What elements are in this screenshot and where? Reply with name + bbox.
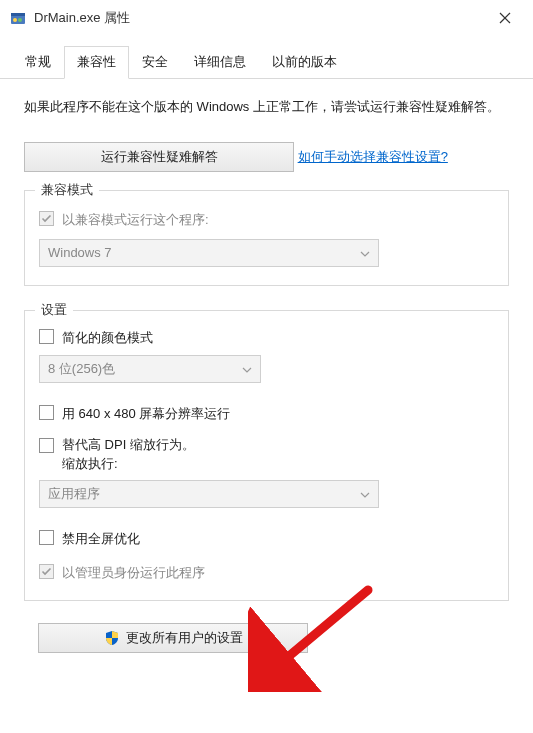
- low-res-label: 用 640 x 480 屏幕分辨率运行: [62, 405, 230, 423]
- chevron-down-icon: [360, 245, 370, 260]
- dpi-override-label-line1: 替代高 DPI 缩放行为。: [62, 437, 195, 452]
- disable-fullscreen-label: 禁用全屏优化: [62, 530, 140, 548]
- tab-compatibility[interactable]: 兼容性: [64, 46, 129, 79]
- dpi-override-label: 替代高 DPI 缩放行为。 缩放执行:: [62, 435, 195, 474]
- dpi-override-dropdown[interactable]: 应用程序: [39, 480, 379, 508]
- tab-strip: 常规 兼容性 安全 详细信息 以前的版本: [0, 36, 533, 79]
- check-icon: [41, 213, 52, 224]
- tab-general[interactable]: 常规: [12, 46, 64, 79]
- reduced-color-dropdown[interactable]: 8 位(256)色: [39, 355, 261, 383]
- run-as-admin-checkbox[interactable]: [39, 564, 54, 579]
- reduced-color-label: 简化的颜色模式: [62, 329, 153, 347]
- run-as-admin-label: 以管理员身份运行此程序: [62, 564, 205, 582]
- change-all-users-button[interactable]: 更改所有用户的设置: [38, 623, 308, 653]
- low-res-checkbox[interactable]: [39, 405, 54, 420]
- chevron-down-icon: [360, 486, 370, 501]
- change-all-users-label: 更改所有用户的设置: [126, 629, 243, 647]
- disable-fullscreen-checkbox[interactable]: [39, 530, 54, 545]
- dpi-override-label-line2: 缩放执行:: [62, 456, 118, 471]
- compat-mode-checkbox-label: 以兼容模式运行这个程序:: [62, 211, 209, 229]
- run-troubleshooter-label: 运行兼容性疑难解答: [101, 148, 218, 166]
- check-icon: [41, 566, 52, 577]
- dpi-override-dropdown-value: 应用程序: [48, 485, 100, 503]
- manual-settings-link[interactable]: 如何手动选择兼容性设置?: [298, 148, 448, 166]
- run-troubleshooter-button[interactable]: 运行兼容性疑难解答: [24, 142, 294, 172]
- compat-mode-dropdown[interactable]: Windows 7: [39, 239, 379, 267]
- svg-point-3: [18, 18, 22, 22]
- compat-mode-group: 兼容模式 以兼容模式运行这个程序: Windows 7: [24, 190, 509, 286]
- svg-rect-1: [11, 13, 25, 16]
- title-bar: DrMain.exe 属性: [0, 0, 533, 36]
- reduced-color-dropdown-value: 8 位(256)色: [48, 360, 115, 378]
- settings-legend: 设置: [35, 301, 73, 319]
- intro-text: 如果此程序不能在这个版本的 Windows 上正常工作，请尝试运行兼容性疑难解答…: [24, 97, 509, 118]
- compat-mode-legend: 兼容模式: [35, 181, 99, 199]
- tab-security[interactable]: 安全: [129, 46, 181, 79]
- close-button[interactable]: [487, 4, 523, 32]
- tab-content: 如果此程序不能在这个版本的 Windows 上正常工作，请尝试运行兼容性疑难解答…: [0, 79, 533, 653]
- tab-details[interactable]: 详细信息: [181, 46, 259, 79]
- window-icon: [10, 10, 26, 26]
- tab-previous-versions[interactable]: 以前的版本: [259, 46, 350, 79]
- close-icon: [499, 12, 511, 24]
- svg-point-2: [13, 18, 17, 22]
- window-title: DrMain.exe 属性: [34, 9, 130, 27]
- shield-icon: [104, 630, 120, 646]
- compat-mode-dropdown-value: Windows 7: [48, 245, 112, 260]
- reduced-color-checkbox[interactable]: [39, 329, 54, 344]
- chevron-down-icon: [242, 361, 252, 376]
- dpi-override-checkbox[interactable]: [39, 438, 54, 453]
- settings-group: 设置 简化的颜色模式 8 位(256)色 用 640 x 480 屏幕分辨率运行…: [24, 310, 509, 601]
- compat-mode-checkbox[interactable]: [39, 211, 54, 226]
